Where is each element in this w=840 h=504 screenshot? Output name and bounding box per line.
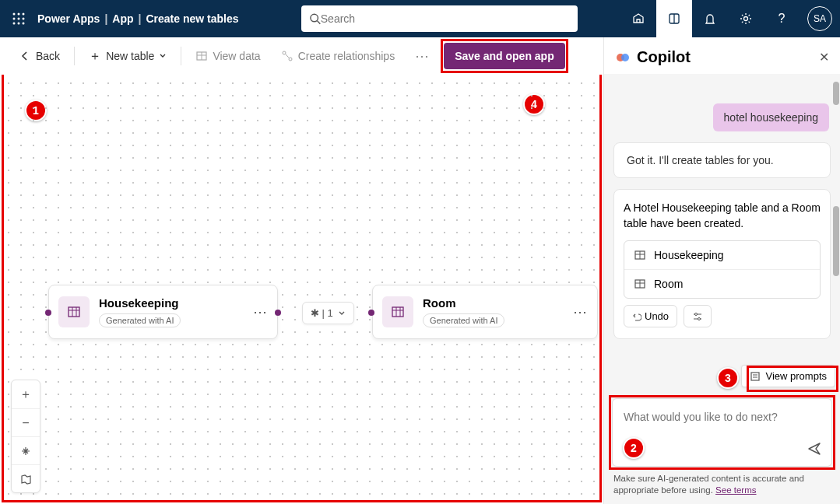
breadcrumb: Power Apps | App | Create new tables — [37, 12, 239, 25]
table-icon — [382, 296, 413, 327]
svg-point-8 — [23, 23, 25, 25]
svg-rect-20 — [69, 307, 79, 317]
view-data-button[interactable]: View data — [189, 45, 266, 67]
minimap-button[interactable] — [12, 464, 40, 492]
svg-line-19 — [285, 54, 289, 58]
see-terms-link[interactable]: See terms — [715, 485, 756, 495]
close-copilot-button[interactable]: ✕ — [819, 50, 829, 65]
environment-icon[interactable] — [620, 0, 656, 37]
ai-disclaimer: Make sure AI-generated content is accura… — [604, 467, 840, 504]
svg-point-2 — [23, 13, 25, 16]
copilot-title: Copilot — [637, 48, 691, 66]
callout-3: 3 — [717, 367, 739, 389]
new-table-button[interactable]: ＋ New table — [83, 44, 173, 69]
table-card-room[interactable]: Room Generated with AI ⋯ — [372, 285, 598, 339]
svg-point-4 — [18, 18, 20, 20]
fit-to-screen-button[interactable] — [12, 436, 40, 464]
ai-badge: Generated with AI — [99, 313, 181, 327]
connector-dot — [275, 310, 281, 316]
search-icon — [309, 12, 321, 25]
svg-point-7 — [18, 23, 20, 25]
breadcrumb-app[interactable]: App — [112, 12, 133, 25]
undo-button[interactable]: Undo — [624, 305, 677, 327]
chevron-down-icon — [338, 310, 346, 317]
back-button[interactable]: Back — [12, 45, 66, 67]
breadcrumb-product[interactable]: Power Apps — [37, 12, 100, 25]
chevron-down-icon — [159, 52, 167, 60]
zoom-toolbar: ＋ − — [11, 380, 40, 493]
table-icon — [634, 278, 646, 290]
table-icon — [58, 296, 90, 327]
svg-point-0 — [13, 13, 16, 16]
card-more-button[interactable]: ⋯ — [573, 303, 588, 320]
app-launcher-icon[interactable] — [0, 0, 37, 37]
card-title: Room — [423, 296, 504, 310]
plus-icon: ＋ — [89, 48, 101, 65]
table-card-housekeeping[interactable]: Housekeeping Generated with AI ⋯ — [48, 285, 278, 339]
card-title: Housekeeping — [99, 296, 181, 310]
undo-icon — [632, 312, 641, 321]
copilot-toggle-icon[interactable] — [656, 0, 692, 37]
table-row[interactable]: Housekeeping — [624, 241, 820, 269]
svg-point-13 — [744, 17, 748, 21]
svg-point-38 — [695, 313, 698, 315]
avatar[interactable]: SA — [807, 6, 832, 31]
table-icon — [634, 249, 646, 261]
svg-point-9 — [310, 14, 318, 22]
assistant-message: A Hotel Housekeeping table and a Room ta… — [613, 189, 831, 339]
copilot-conversation: hotel housekeeping Got it. I'll create t… — [604, 74, 840, 392]
connector-dot — [368, 310, 374, 316]
table-row[interactable]: Room — [624, 269, 820, 298]
relationship-icon — [281, 50, 293, 62]
svg-point-6 — [13, 23, 16, 25]
created-tables-list: Housekeeping Room — [624, 240, 821, 299]
svg-line-10 — [317, 21, 320, 24]
canvas-toolbar: Back ＋ New table View data Create relati… — [0, 37, 603, 75]
copilot-panel: Copilot ✕ hotel housekeeping Got it. I'l… — [603, 37, 840, 504]
breadcrumb-page[interactable]: Create new tables — [146, 12, 238, 25]
svg-rect-24 — [392, 307, 403, 317]
svg-point-39 — [698, 317, 701, 320]
help-icon[interactable]: ? — [764, 0, 800, 37]
card-more-button[interactable]: ⋯ — [253, 303, 268, 320]
svg-point-18 — [289, 58, 292, 61]
search-box[interactable] — [301, 5, 578, 32]
scrollbar-thumb[interactable] — [833, 206, 839, 276]
scrollbar-thumb[interactable] — [833, 82, 839, 105]
search-input[interactable] — [321, 12, 570, 25]
diagram-canvas[interactable]: Housekeeping Generated with AI ⋯ ✱ | 1 R… — [0, 75, 603, 504]
create-relationships-button[interactable]: Create relationships — [275, 45, 402, 67]
svg-point-29 — [621, 54, 629, 61]
assistant-message: Got it. I'll create tables for you. — [613, 142, 831, 178]
top-nav: Power Apps | App | Create new tables ? S… — [0, 0, 840, 37]
arrow-left-icon — [19, 50, 31, 62]
sliders-icon — [692, 311, 703, 322]
canvas-area: 1 Back ＋ New table View data Create rela… — [0, 37, 603, 504]
zoom-in-button[interactable]: ＋ — [12, 380, 40, 408]
table-icon — [195, 50, 208, 62]
adjust-button[interactable] — [684, 305, 712, 327]
callout-2: 2 — [623, 437, 645, 459]
svg-point-3 — [13, 18, 16, 20]
ai-badge: Generated with AI — [423, 313, 504, 327]
settings-icon[interactable] — [728, 0, 764, 37]
more-actions-button[interactable]: ⋯ — [409, 43, 436, 69]
copilot-logo-icon — [615, 50, 631, 65]
notifications-icon[interactable] — [692, 0, 728, 37]
user-message: hotel housekeeping — [713, 103, 829, 131]
annotation-box-4 — [441, 39, 568, 73]
svg-point-5 — [23, 18, 25, 20]
annotation-box-2 — [609, 395, 835, 470]
relationship-node[interactable]: ✱ | 1 — [302, 302, 354, 324]
svg-point-17 — [283, 51, 286, 54]
zoom-out-button[interactable]: − — [12, 408, 40, 436]
connector-dot — [45, 310, 51, 316]
copilot-header: Copilot ✕ — [604, 37, 840, 74]
annotation-box-3 — [747, 366, 838, 392]
svg-point-1 — [18, 13, 20, 16]
